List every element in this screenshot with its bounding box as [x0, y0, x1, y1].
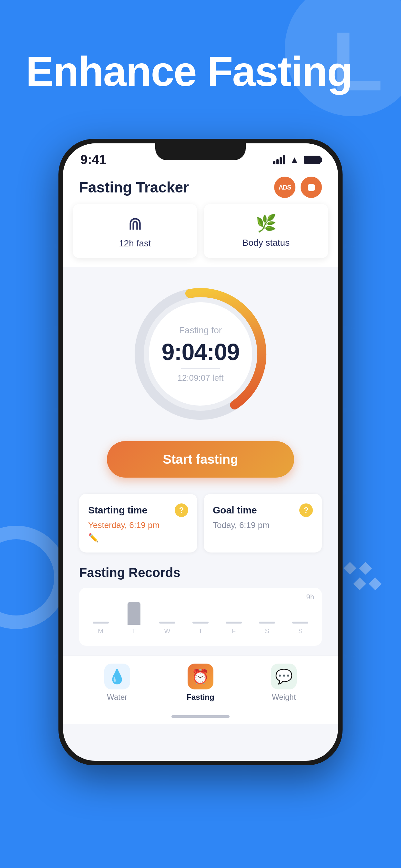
start-fasting-button[interactable]: Start fasting [107, 441, 294, 477]
chart-label-9h: 9h [306, 593, 314, 601]
app-header: Fasting Tracker ADS ⏺ [63, 170, 338, 204]
nav-fasting-label: Fasting [187, 693, 214, 702]
timer-remaining: 12:09:07 left [146, 373, 255, 383]
wifi-icon: ▲ [289, 154, 299, 165]
chart-bar-T1: T [120, 602, 148, 635]
chart-bar-W: W [153, 602, 181, 635]
timer-inner: Fasting for 9:04:09 12:09:07 left [146, 325, 255, 383]
nav-weight-label: Weight [272, 693, 296, 702]
record-icon: ⏺ [306, 181, 317, 194]
battery-icon [304, 156, 320, 164]
time-cards: Starting time ? Yesterday, 6:19 pm ✏️ Go… [79, 494, 322, 553]
goal-time-value: Today, 6:19 pm [213, 520, 313, 530]
chart-bar-S2: S [287, 602, 314, 635]
chart-bar-F: F [220, 602, 248, 635]
chart-bar-M: M [87, 602, 114, 635]
body-status-icon: 🌿 [256, 213, 277, 233]
records-chart: 9h M T [79, 588, 322, 646]
status-time: 9:41 [81, 152, 106, 167]
water-icon: 💧 [104, 663, 130, 689]
starting-time-header: Starting time ? [88, 503, 188, 517]
goal-time-header: Goal time ? [213, 503, 313, 517]
goal-time-title: Goal time [213, 505, 257, 516]
timer-divider [181, 368, 220, 369]
fasting-icon: ⏰ [188, 663, 213, 689]
bg-diamond [343, 562, 382, 590]
phone-screen: 9:41 ▲ Fasting Tracker ADS ⏺ [63, 144, 338, 761]
fast-label: 12h fast [119, 238, 151, 249]
body-status-label: Body status [243, 238, 289, 248]
nav-water[interactable]: 💧 Water [104, 663, 130, 702]
nav-fasting[interactable]: ⏰ Fasting [187, 663, 214, 702]
tabs-container: ⋒ 12h fast 🌿 Body status [63, 204, 338, 267]
starting-time-edit[interactable]: ✏️ [88, 533, 188, 543]
fast-icon: ⋒ [128, 213, 143, 234]
timer-label: Fasting for [146, 325, 255, 336]
home-indicator [63, 711, 338, 724]
ads-button[interactable]: ADS [274, 177, 296, 198]
records-section: Fasting Records 9h M T [79, 565, 322, 646]
phone-notch [155, 144, 246, 160]
home-bar [172, 715, 229, 718]
timer-value: 9:04:09 [146, 339, 255, 365]
starting-time-value: Yesterday, 6:19 pm [88, 520, 188, 530]
nav-weight[interactable]: 💬 Weight [271, 663, 297, 702]
header-icons: ADS ⏺ [274, 177, 322, 198]
phone-frame: 9:41 ▲ Fasting Tracker ADS ⏺ [58, 139, 343, 765]
status-icons: ▲ [273, 154, 320, 165]
record-button[interactable]: ⏺ [301, 177, 322, 198]
records-title: Fasting Records [79, 565, 322, 580]
tab-body-status[interactable]: 🌿 Body status [204, 204, 328, 258]
bg-circle-left [0, 526, 68, 629]
starting-time-card: Starting time ? Yesterday, 6:19 pm ✏️ [79, 494, 197, 553]
chart-bar-T2: T [187, 602, 214, 635]
bottom-nav: 💧 Water ⏰ Fasting 💬 Weight [63, 655, 338, 711]
weight-icon: 💬 [271, 663, 297, 689]
signal-icon [273, 155, 285, 164]
goal-time-card: Goal time ? Today, 6:19 pm [204, 494, 322, 553]
timer-circle: Fasting for 9:04:09 12:09:07 left [129, 283, 272, 425]
hero-title: Enhance Fasting [26, 49, 352, 95]
main-content: Fasting for 9:04:09 12:09:07 left Start … [63, 267, 338, 655]
nav-water-label: Water [107, 693, 127, 702]
starting-time-help[interactable]: ? [175, 503, 188, 517]
starting-time-title: Starting time [88, 505, 147, 516]
goal-time-help[interactable]: ? [299, 503, 313, 517]
chart-bars: M T W [87, 595, 314, 638]
app-title: Fasting Tracker [79, 179, 189, 196]
tab-fast[interactable]: ⋒ 12h fast [73, 204, 197, 258]
chart-bar-S1: S [253, 602, 281, 635]
